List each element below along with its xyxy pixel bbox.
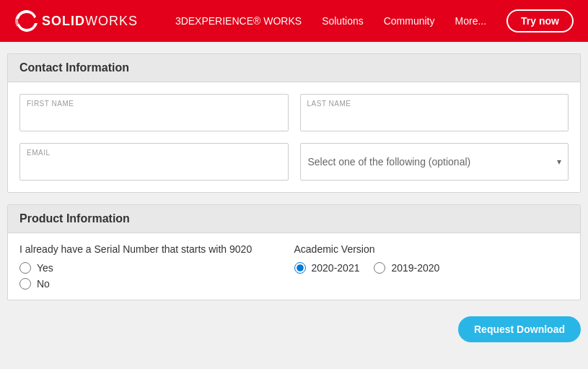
product-columns: I already have a Serial Number that star… [19,243,569,290]
version-2019-2020-radio[interactable] [374,262,385,274]
academic-label: Academic Version [294,243,569,255]
role-select[interactable]: Select one of the following (optional) [300,143,569,181]
serial-label: I already have a Serial Number that star… [19,243,294,255]
email-row: EMAIL Select one of the following (optio… [19,143,569,181]
request-download-button[interactable]: Request Download [458,316,581,342]
main-content: Contact Information FIRST NAME LAST NAME… [0,42,588,312]
nav-solutions[interactable]: Solutions [322,15,364,27]
academic-radio-group: 2020-2021 2019-2020 [294,262,569,274]
version-2020-2021-radio[interactable] [294,262,306,274]
try-now-button[interactable]: Try now [506,9,574,32]
yes-label: Yes [37,262,53,274]
email-label: EMAIL [27,149,51,157]
first-name-label: FIRST NAME [27,100,74,108]
product-section-header: Product Information [8,205,580,233]
academic-col: Academic Version 2020-2021 2019-2020 [294,243,569,290]
first-name-field: FIRST NAME [19,94,289,131]
version-2019-2020-label[interactable]: 2019-2020 [374,262,439,274]
logo: SOLIDWORKS [14,9,138,33]
contact-section-header: Contact Information [8,54,580,82]
last-name-field: LAST NAME [300,94,569,131]
version-2020-2021-label[interactable]: 2020-2021 [294,262,360,274]
nav-more[interactable]: More... [455,15,487,27]
contact-section-body: FIRST NAME LAST NAME EMAIL Select one of… [8,82,580,192]
header: SOLIDWORKS 3DEXPERIENCE® WORKS Solutions… [0,0,588,42]
footer: Request Download [0,312,588,347]
nav-3dexperience[interactable]: 3DEXPERIENCE® WORKS [175,15,302,27]
no-radio-label[interactable]: No [19,278,294,290]
email-field: EMAIL [19,143,289,181]
serial-radio-group: Yes No [19,262,294,290]
serial-col: I already have a Serial Number that star… [19,243,294,290]
yes-radio-label[interactable]: Yes [19,262,294,274]
contact-section-title: Contact Information [19,61,129,74]
solidworks-logo-icon [14,9,39,33]
email-input[interactable] [19,143,289,181]
last-name-label: LAST NAME [307,100,351,108]
logo-bold: SOLID [42,14,85,28]
name-row: FIRST NAME LAST NAME [19,94,569,131]
main-nav: 3DEXPERIENCE® WORKS Solutions Community … [175,9,574,32]
logo-light: WORKS [85,14,138,28]
version-2019-2020-text: 2019-2020 [391,262,439,274]
role-field: Select one of the following (optional) ▾ [300,143,569,181]
product-section-body: I already have a Serial Number that star… [8,233,580,300]
nav-community[interactable]: Community [384,15,435,27]
version-2020-2021-text: 2020-2021 [312,262,360,274]
yes-radio[interactable] [19,262,31,274]
product-section: Product Information I already have a Ser… [7,204,581,300]
no-label: No [37,278,50,290]
product-section-title: Product Information [19,212,130,225]
no-radio[interactable] [19,278,31,290]
contact-section: Contact Information FIRST NAME LAST NAME… [7,53,581,193]
